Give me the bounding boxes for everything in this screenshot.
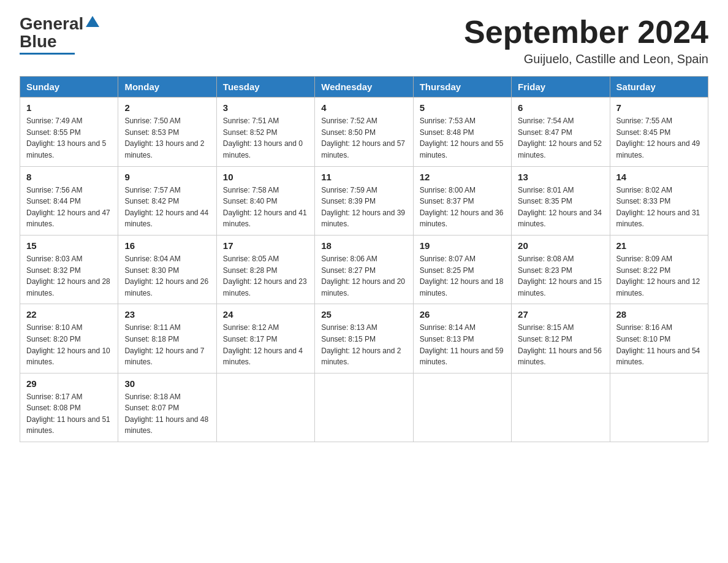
table-row: [315, 373, 413, 442]
day-number: 20: [518, 240, 603, 251]
table-row: 4Sunrise: 7:52 AMSunset: 8:50 PMDaylight…: [315, 98, 413, 166]
day-info: Sunrise: 8:04 AMSunset: 8:30 PMDaylight:…: [124, 253, 210, 299]
table-row: 26Sunrise: 8:14 AMSunset: 8:13 PMDayligh…: [413, 304, 511, 373]
day-info: Sunrise: 8:08 AMSunset: 8:23 PMDaylight:…: [518, 253, 603, 299]
col-saturday: Saturday: [610, 77, 708, 98]
col-wednesday: Wednesday: [315, 77, 413, 98]
table-row: 14Sunrise: 8:02 AMSunset: 8:33 PMDayligh…: [610, 166, 708, 235]
table-row: 6Sunrise: 7:54 AMSunset: 8:47 PMDaylight…: [512, 98, 610, 166]
table-row: 1Sunrise: 7:49 AMSunset: 8:55 PMDaylight…: [20, 98, 118, 166]
day-number: 17: [223, 240, 308, 251]
table-row: [413, 373, 511, 442]
table-row: 9Sunrise: 7:57 AMSunset: 8:42 PMDaylight…: [118, 166, 216, 235]
table-row: 20Sunrise: 8:08 AMSunset: 8:23 PMDayligh…: [512, 235, 610, 304]
day-number: 27: [518, 309, 603, 320]
table-row: 27Sunrise: 8:15 AMSunset: 8:12 PMDayligh…: [512, 304, 610, 373]
logo-triangle-icon: [86, 16, 99, 27]
day-info: Sunrise: 8:10 AMSunset: 8:20 PMDaylight:…: [26, 322, 112, 367]
day-info: Sunrise: 8:00 AMSunset: 8:37 PMDaylight:…: [420, 185, 505, 230]
table-row: 10Sunrise: 7:58 AMSunset: 8:40 PMDayligh…: [216, 166, 314, 235]
table-row: 12Sunrise: 8:00 AMSunset: 8:37 PMDayligh…: [413, 166, 511, 235]
calendar-week-row: 22Sunrise: 8:10 AMSunset: 8:20 PMDayligh…: [20, 304, 708, 373]
day-info: Sunrise: 8:09 AMSunset: 8:22 PMDaylight:…: [616, 253, 702, 299]
day-number: 10: [223, 172, 308, 182]
day-number: 22: [26, 309, 112, 320]
calendar-table: Sunday Monday Tuesday Wednesday Thursday…: [20, 76, 708, 442]
day-number: 14: [616, 172, 702, 182]
table-row: [216, 373, 314, 442]
day-number: 29: [26, 378, 112, 389]
day-number: 6: [518, 102, 603, 113]
day-number: 4: [321, 102, 406, 113]
day-number: 25: [321, 309, 406, 320]
day-info: Sunrise: 8:03 AMSunset: 8:32 PMDaylight:…: [26, 253, 112, 299]
day-number: 30: [124, 378, 210, 389]
table-row: 13Sunrise: 8:01 AMSunset: 8:35 PMDayligh…: [512, 166, 610, 235]
col-monday: Monday: [118, 77, 216, 98]
day-number: 23: [124, 309, 210, 320]
page-header: General Blue September 2024 Guijuelo, Ca…: [20, 15, 708, 66]
day-number: 21: [616, 240, 702, 251]
calendar-week-row: 1Sunrise: 7:49 AMSunset: 8:55 PMDaylight…: [20, 98, 708, 166]
table-row: [610, 373, 708, 442]
day-info: Sunrise: 7:57 AMSunset: 8:42 PMDaylight:…: [124, 185, 210, 230]
day-info: Sunrise: 8:15 AMSunset: 8:12 PMDaylight:…: [518, 322, 603, 367]
table-row: 25Sunrise: 8:13 AMSunset: 8:15 PMDayligh…: [315, 304, 413, 373]
day-info: Sunrise: 7:59 AMSunset: 8:39 PMDaylight:…: [321, 185, 406, 230]
calendar-week-row: 8Sunrise: 7:56 AMSunset: 8:44 PMDaylight…: [20, 166, 708, 235]
table-row: 8Sunrise: 7:56 AMSunset: 8:44 PMDaylight…: [20, 166, 118, 235]
day-info: Sunrise: 7:55 AMSunset: 8:45 PMDaylight:…: [616, 115, 702, 161]
day-info: Sunrise: 7:53 AMSunset: 8:48 PMDaylight:…: [420, 115, 505, 161]
table-row: 19Sunrise: 8:07 AMSunset: 8:25 PMDayligh…: [413, 235, 511, 304]
day-number: 8: [26, 172, 112, 182]
table-row: 30Sunrise: 8:18 AMSunset: 8:07 PMDayligh…: [118, 373, 216, 442]
table-row: 18Sunrise: 8:06 AMSunset: 8:27 PMDayligh…: [315, 235, 413, 304]
day-info: Sunrise: 8:12 AMSunset: 8:17 PMDaylight:…: [223, 322, 308, 367]
day-info: Sunrise: 7:54 AMSunset: 8:47 PMDaylight:…: [518, 115, 603, 161]
table-row: 11Sunrise: 7:59 AMSunset: 8:39 PMDayligh…: [315, 166, 413, 235]
day-info: Sunrise: 8:11 AMSunset: 8:18 PMDaylight:…: [124, 322, 210, 367]
day-info: Sunrise: 7:49 AMSunset: 8:55 PMDaylight:…: [26, 115, 112, 161]
svg-marker-0: [86, 16, 99, 27]
day-number: 13: [518, 172, 603, 182]
day-number: 19: [420, 240, 505, 251]
day-info: Sunrise: 8:14 AMSunset: 8:13 PMDaylight:…: [420, 322, 505, 367]
day-info: Sunrise: 8:16 AMSunset: 8:10 PMDaylight:…: [616, 322, 702, 367]
day-info: Sunrise: 8:18 AMSunset: 8:07 PMDaylight:…: [124, 391, 210, 437]
calendar-week-row: 29Sunrise: 8:17 AMSunset: 8:08 PMDayligh…: [20, 373, 708, 442]
day-info: Sunrise: 8:17 AMSunset: 8:08 PMDaylight:…: [26, 391, 112, 437]
day-number: 2: [124, 102, 210, 113]
table-row: 29Sunrise: 8:17 AMSunset: 8:08 PMDayligh…: [20, 373, 118, 442]
calendar-header-row: Sunday Monday Tuesday Wednesday Thursday…: [20, 77, 708, 98]
day-number: 5: [420, 102, 505, 113]
day-number: 24: [223, 309, 308, 320]
day-info: Sunrise: 8:06 AMSunset: 8:27 PMDaylight:…: [321, 253, 406, 299]
table-row: 2Sunrise: 7:50 AMSunset: 8:53 PMDaylight…: [118, 98, 216, 166]
table-row: 17Sunrise: 8:05 AMSunset: 8:28 PMDayligh…: [216, 235, 314, 304]
day-info: Sunrise: 7:58 AMSunset: 8:40 PMDaylight:…: [223, 185, 308, 230]
day-number: 15: [26, 240, 112, 251]
day-number: 1: [26, 102, 112, 113]
logo-underline: [20, 53, 75, 55]
table-row: 5Sunrise: 7:53 AMSunset: 8:48 PMDaylight…: [413, 98, 511, 166]
day-number: 7: [616, 102, 702, 113]
day-info: Sunrise: 7:52 AMSunset: 8:50 PMDaylight:…: [321, 115, 406, 161]
location-subtitle: Guijuelo, Castille and Leon, Spain: [464, 52, 708, 66]
logo-blue-text: Blue: [20, 32, 57, 51]
table-row: [512, 373, 610, 442]
day-number: 16: [124, 240, 210, 251]
day-number: 11: [321, 172, 406, 182]
col-friday: Friday: [512, 77, 610, 98]
table-row: 7Sunrise: 7:55 AMSunset: 8:45 PMDaylight…: [610, 98, 708, 166]
day-info: Sunrise: 8:01 AMSunset: 8:35 PMDaylight:…: [518, 185, 603, 230]
month-title: September 2024: [464, 15, 708, 50]
table-row: 28Sunrise: 8:16 AMSunset: 8:10 PMDayligh…: [610, 304, 708, 373]
table-row: 15Sunrise: 8:03 AMSunset: 8:32 PMDayligh…: [20, 235, 118, 304]
col-thursday: Thursday: [413, 77, 511, 98]
table-row: 23Sunrise: 8:11 AMSunset: 8:18 PMDayligh…: [118, 304, 216, 373]
day-info: Sunrise: 8:13 AMSunset: 8:15 PMDaylight:…: [321, 322, 406, 367]
day-number: 3: [223, 102, 308, 113]
day-info: Sunrise: 7:50 AMSunset: 8:53 PMDaylight:…: [124, 115, 210, 161]
table-row: 16Sunrise: 8:04 AMSunset: 8:30 PMDayligh…: [118, 235, 216, 304]
day-number: 28: [616, 309, 702, 320]
